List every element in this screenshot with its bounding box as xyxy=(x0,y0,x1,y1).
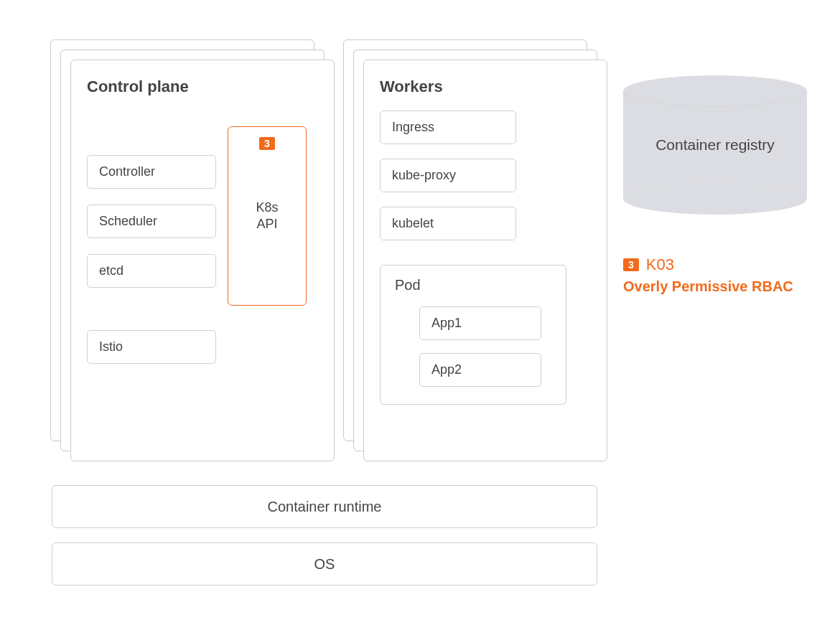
ingress-box: Ingress xyxy=(380,111,516,144)
legend: 3 K03 Overly Permissive RBAC xyxy=(623,255,793,295)
container-runtime-bar: Container runtime xyxy=(52,485,597,528)
k8s-api-label: K8s API xyxy=(256,199,278,233)
pod-title: Pod xyxy=(395,277,551,293)
k8s-api-badge: 3 xyxy=(259,137,275,150)
app1-box: App1 xyxy=(419,306,541,340)
control-plane-panel: Control plane Controller Scheduler etcd … xyxy=(70,60,335,461)
workers-title: Workers xyxy=(380,77,591,96)
legend-title: Overly Permissive RBAC xyxy=(623,278,793,295)
control-plane-title: Control plane xyxy=(87,77,318,96)
controller-box: Controller xyxy=(87,155,216,189)
container-registry: Container registry xyxy=(623,75,807,215)
k8s-api-box: 3 K8s API xyxy=(228,126,307,306)
legend-badge: 3 xyxy=(623,258,639,271)
control-plane-left-col: Controller Scheduler etcd xyxy=(87,111,216,288)
control-plane-stack: Control plane Controller Scheduler etcd … xyxy=(50,39,325,463)
app2-box: App2 xyxy=(419,353,541,387)
pod-box: Pod App1 App2 xyxy=(380,265,566,405)
istio-box: Istio xyxy=(87,330,216,364)
kube-proxy-box: kube-proxy xyxy=(380,159,516,192)
scheduler-box: Scheduler xyxy=(87,204,216,238)
os-bar: OS xyxy=(52,542,597,586)
etcd-box: etcd xyxy=(87,254,216,288)
kubelet-box: kubelet xyxy=(380,207,516,240)
container-registry-label: Container registry xyxy=(623,75,807,215)
legend-code: K03 xyxy=(646,255,674,274)
workers-panel: Workers Ingress kube-proxy kubelet Pod A… xyxy=(363,60,607,461)
control-plane-right-col: 3 K8s API xyxy=(228,111,307,306)
workers-stack: Workers Ingress kube-proxy kubelet Pod A… xyxy=(343,39,599,463)
